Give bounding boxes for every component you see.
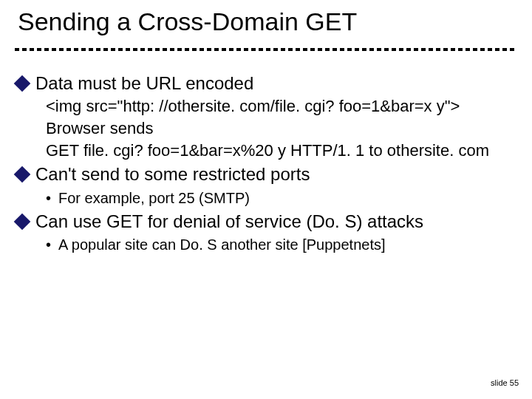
title-separator bbox=[15, 48, 517, 51]
sub-bullet-item: • For example, port 25 (SMTP) bbox=[46, 188, 517, 208]
sub-line: Browser sends bbox=[46, 117, 517, 140]
bullet-text: Data must be URL encoded bbox=[35, 72, 517, 95]
sub-bullet-item: • A popular site can Do. S another site … bbox=[46, 235, 517, 255]
bullet-item: Can use GET for denial of service (Do. S… bbox=[15, 210, 517, 233]
sub-bullet-text: For example, port 25 (SMTP) bbox=[58, 188, 250, 208]
bullet-text: Can use GET for denial of service (Do. S… bbox=[35, 210, 517, 233]
sub-line: <img src="http: //othersite. com/file. c… bbox=[46, 95, 517, 117]
diamond-bullet-icon bbox=[14, 214, 31, 231]
slide-number: slide 55 bbox=[491, 378, 519, 387]
diamond-bullet-icon bbox=[14, 75, 31, 92]
slide-title: Sending a Cross-Domain GET bbox=[18, 7, 357, 36]
diamond-bullet-icon bbox=[14, 166, 31, 183]
dot-bullet-icon: • bbox=[46, 188, 51, 208]
bullet-item: Data must be URL encoded bbox=[15, 72, 517, 95]
dot-bullet-icon: • bbox=[46, 235, 51, 255]
bullet-text: Can't send to some restricted ports bbox=[35, 163, 517, 186]
slide: Sending a Cross-Domain GET Data must be … bbox=[0, 0, 532, 399]
sub-line: GET file. cgi? foo=1&bar=x%20 y HTTP/1. … bbox=[46, 140, 517, 162]
bullet-item: Can't send to some restricted ports bbox=[15, 163, 517, 186]
sub-bullet-text: A popular site can Do. S another site [P… bbox=[58, 235, 386, 255]
slide-body: Data must be URL encoded <img src="http:… bbox=[15, 70, 517, 255]
